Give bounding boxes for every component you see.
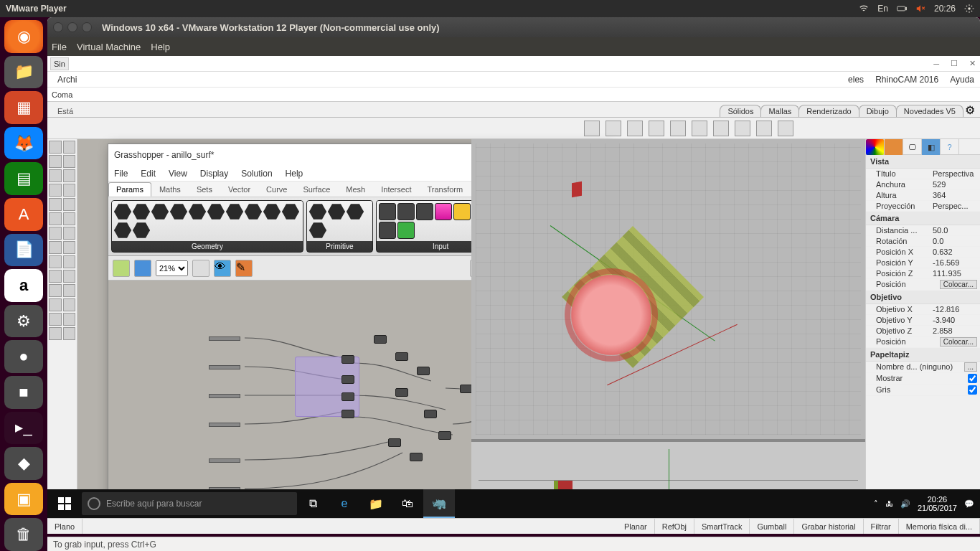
tool-icon[interactable] bbox=[49, 313, 62, 326]
component-node[interactable] bbox=[374, 335, 387, 344]
slider-node[interactable] bbox=[209, 423, 240, 427]
tool-icon[interactable] bbox=[49, 270, 62, 283]
slider-node[interactable] bbox=[209, 458, 240, 463]
gh-tab-params[interactable]: Params bbox=[108, 182, 151, 197]
store-icon[interactable]: 🛍 bbox=[392, 489, 423, 518]
tool-icon[interactable] bbox=[63, 298, 76, 311]
browse-button[interactable]: ... bbox=[964, 362, 977, 372]
prop-val[interactable]: 0.0 bbox=[933, 237, 977, 245]
tool-icon[interactable] bbox=[49, 327, 62, 340]
tray-clock[interactable]: 20:26 21/05/2017 bbox=[918, 495, 957, 512]
gh-menu-help[interactable]: Help bbox=[286, 169, 303, 179]
firefox-icon[interactable]: 🦊 bbox=[4, 127, 43, 160]
status-planar[interactable]: Planar bbox=[617, 519, 655, 534]
prop-val[interactable]: Perspectiva bbox=[933, 169, 977, 178]
component-node[interactable] bbox=[395, 352, 408, 361]
param-icon[interactable] bbox=[189, 203, 206, 220]
zoom-extents-icon[interactable] bbox=[192, 260, 209, 277]
rhino-menu-rhinocam[interactable]: RhinoCAM 2016 bbox=[875, 75, 938, 85]
tool-icon[interactable] bbox=[49, 198, 62, 211]
tool-icon[interactable] bbox=[49, 155, 62, 168]
tool-icon[interactable] bbox=[63, 227, 76, 240]
component-node[interactable] bbox=[395, 388, 408, 397]
prop-val[interactable]: -12.816 bbox=[933, 305, 977, 314]
rhino-command-line[interactable]: Coma bbox=[47, 88, 980, 102]
tool-icon[interactable] bbox=[63, 198, 76, 211]
gh-menu-edit[interactable]: Edit bbox=[141, 169, 156, 179]
gear-icon[interactable] bbox=[964, 4, 974, 14]
param-icon[interactable] bbox=[309, 222, 326, 239]
param-icon[interactable] bbox=[328, 203, 345, 220]
language-indicator[interactable]: En bbox=[877, 4, 888, 14]
props-tab-display[interactable] bbox=[866, 139, 885, 155]
tool-icon[interactable] bbox=[63, 212, 76, 225]
close-icon[interactable] bbox=[53, 22, 63, 32]
tray-volume-icon[interactable]: 🔊 bbox=[900, 499, 910, 509]
prop-val[interactable]: 529 bbox=[933, 180, 977, 189]
ubuntu-clock[interactable]: 20:26 bbox=[934, 4, 956, 14]
param-icon[interactable] bbox=[397, 222, 415, 239]
prop-val[interactable]: 364 bbox=[933, 191, 977, 199]
param-icon[interactable] bbox=[226, 203, 243, 220]
gh-menu-view[interactable]: View bbox=[169, 169, 187, 179]
menu-help[interactable]: Help bbox=[151, 42, 170, 52]
gh-tab-mesh[interactable]: Mesh bbox=[338, 182, 373, 197]
tool-icon[interactable] bbox=[627, 121, 643, 136]
status-filtrar[interactable]: Filtrar bbox=[864, 519, 899, 534]
prop-val[interactable]: Perspec... bbox=[933, 202, 977, 210]
param-icon[interactable] bbox=[151, 203, 169, 220]
prop-val[interactable]: 50.0 bbox=[933, 226, 977, 235]
tool-icon[interactable] bbox=[63, 155, 76, 168]
gh-menu-display[interactable]: Display bbox=[200, 169, 228, 179]
tab-dibujo[interactable]: Dibujo bbox=[859, 105, 897, 117]
status-plano[interactable]: Plano bbox=[47, 519, 83, 534]
edge-icon[interactable]: e bbox=[329, 489, 360, 518]
wifi-icon[interactable] bbox=[859, 4, 869, 14]
gear-icon[interactable]: ⚙ bbox=[963, 103, 977, 117]
gh-tab-surface[interactable]: Surface bbox=[295, 182, 338, 197]
terminal-icon[interactable]: ▸_ bbox=[4, 412, 43, 445]
action-center-icon[interactable]: 💬 bbox=[964, 499, 974, 509]
start-button[interactable] bbox=[47, 489, 82, 518]
menu-vm[interactable]: Virtual Machine bbox=[77, 42, 141, 52]
mostrar-checkbox[interactable] bbox=[968, 374, 977, 383]
tool-icon[interactable] bbox=[63, 184, 76, 197]
software-icon[interactable]: A bbox=[4, 198, 43, 231]
component-node[interactable] bbox=[341, 355, 354, 364]
vmware-icon[interactable]: ▣ bbox=[4, 483, 43, 516]
component-node[interactable] bbox=[388, 438, 401, 447]
settings-icon[interactable]: ⚙ bbox=[4, 305, 43, 338]
tool-icon[interactable] bbox=[49, 241, 62, 254]
status-gumball[interactable]: Gumball bbox=[750, 519, 794, 534]
rhino-side-label[interactable]: Archi bbox=[57, 75, 77, 85]
param-icon[interactable] bbox=[245, 203, 262, 220]
tool-icon[interactable] bbox=[63, 169, 76, 182]
vmware-titlebar[interactable]: Windows 10 x64 - VMware Workstation 12 P… bbox=[47, 17, 980, 37]
tray-network-icon[interactable]: 🖧 bbox=[885, 499, 893, 508]
tool-icon[interactable] bbox=[584, 121, 600, 136]
amazon-icon[interactable]: a bbox=[4, 269, 43, 302]
props-tab-help[interactable]: ? bbox=[941, 139, 959, 155]
tool-icon[interactable] bbox=[606, 121, 621, 136]
param-icon[interactable] bbox=[435, 203, 452, 220]
sketch-icon[interactable]: ✎ bbox=[235, 260, 253, 277]
tab-mallas[interactable]: Mallas bbox=[760, 105, 799, 117]
prop-val[interactable]: (ninguno) bbox=[920, 362, 964, 372]
impress-icon[interactable]: ▦ bbox=[4, 91, 43, 124]
param-icon[interactable] bbox=[170, 203, 187, 220]
param-icon[interactable] bbox=[114, 203, 131, 220]
gh-tab-transform[interactable]: Transform bbox=[419, 182, 471, 197]
trash-icon[interactable]: 🗑 bbox=[4, 518, 43, 551]
tool-icon[interactable] bbox=[63, 327, 76, 340]
viewport-perspective[interactable] bbox=[471, 139, 865, 439]
app-icon-2[interactable]: ■ bbox=[4, 376, 43, 409]
param-icon[interactable] bbox=[453, 203, 471, 220]
tool-arrow-icon[interactable] bbox=[49, 141, 62, 154]
battery-icon[interactable] bbox=[897, 4, 907, 14]
prop-val[interactable]: 111.935 bbox=[933, 269, 977, 278]
colocar-button[interactable]: Colocar... bbox=[940, 337, 977, 347]
props-tab-layers[interactable] bbox=[885, 139, 903, 155]
win-max-icon[interactable]: ☐ bbox=[951, 59, 958, 68]
status-historial[interactable]: Grabar historial bbox=[794, 519, 863, 534]
tool-icon[interactable] bbox=[49, 169, 62, 182]
